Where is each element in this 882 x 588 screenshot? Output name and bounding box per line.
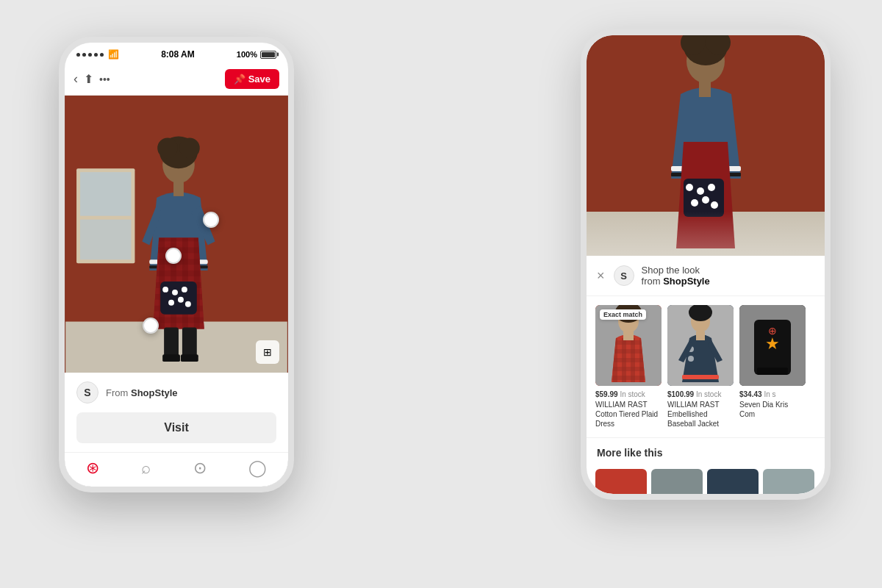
- product-card-3[interactable]: ★ ⊕ $34.43 In s Seven Dia Kris Com: [739, 305, 806, 429]
- left-phone: 📶 8:08 AM 100% ‹ ⬆ ••• 📌 Save: [59, 37, 294, 492]
- tab-search[interactable]: ⌕: [141, 459, 151, 478]
- tab-profile[interactable]: ◯: [248, 459, 267, 478]
- svg-point-8: [157, 138, 178, 159]
- save-button[interactable]: 📌 Save: [225, 69, 279, 89]
- svg-point-19: [185, 301, 191, 307]
- product-card-1[interactable]: Exact match: [595, 305, 662, 429]
- shop-title: Shop the look from ShopStyle: [642, 265, 710, 287]
- product-price-3: $34.43 In s: [739, 390, 806, 398]
- svg-rect-46: [623, 331, 634, 340]
- back-button[interactable]: ‹: [74, 71, 78, 87]
- main-pin-image: ⊞: [65, 96, 288, 373]
- wifi-icon: 📶: [108, 49, 119, 60]
- svg-rect-12: [173, 182, 184, 196]
- thumb-4[interactable]: [763, 469, 814, 494]
- source-row: S From ShopStyle: [65, 373, 288, 412]
- product-name-3: Seven Dia Kris Com: [739, 400, 806, 419]
- share-button[interactable]: ⬆: [84, 72, 93, 86]
- tab-home[interactable]: ⊛: [86, 459, 99, 478]
- svg-point-18: [178, 297, 184, 303]
- svg-point-37: [697, 187, 704, 195]
- svg-point-9: [179, 138, 200, 159]
- svg-point-14: [162, 287, 168, 293]
- thumb-3[interactable]: [707, 469, 759, 494]
- svg-point-36: [686, 184, 693, 191]
- svg-rect-4: [80, 220, 131, 260]
- close-button[interactable]: ×: [597, 268, 605, 284]
- svg-point-41: [711, 201, 718, 209]
- thumb-1[interactable]: [595, 469, 647, 494]
- svg-point-56: [688, 356, 694, 362]
- battery-area: 100%: [237, 50, 276, 59]
- more-section: More like this: [587, 437, 825, 463]
- product-card-2[interactable]: $100.99 In stock WILLIAM RAST Embellishe…: [667, 305, 734, 429]
- product-name-2: WILLIAM RAST Embellished Baseball Jacket: [667, 400, 734, 429]
- svg-point-16: [182, 287, 187, 293]
- svg-rect-42: [699, 81, 711, 97]
- svg-rect-53: [696, 331, 705, 340]
- svg-rect-54: [682, 375, 719, 379]
- signal-dot-4: [94, 53, 98, 57]
- hotspot-boots[interactable]: [143, 318, 159, 334]
- svg-rect-59: [757, 368, 788, 375]
- signal-dot-2: [82, 53, 86, 57]
- signal-dot-5: [100, 53, 104, 57]
- more-button[interactable]: •••: [99, 74, 225, 85]
- svg-text:★: ★: [765, 334, 780, 353]
- signal-area: 📶: [76, 49, 119, 60]
- product-price-2: $100.99 In stock: [667, 390, 734, 398]
- svg-point-40: [702, 196, 709, 204]
- tab-bar: ⊛ ⌕ ⊙ ◯: [65, 452, 288, 487]
- right-phone: × S Shop the look from ShopStyle Exact m…: [581, 29, 831, 500]
- hotspot-bag[interactable]: [165, 248, 182, 264]
- product-grid: Exact match: [587, 296, 825, 437]
- svg-point-38: [708, 184, 715, 191]
- status-time: 8:08 AM: [161, 49, 195, 60]
- shop-logo: S: [614, 265, 634, 286]
- svg-rect-23: [181, 354, 198, 362]
- svg-rect-22: [162, 354, 180, 362]
- svg-point-17: [168, 300, 174, 306]
- thumb-2[interactable]: [651, 469, 703, 494]
- svg-point-39: [691, 199, 698, 207]
- image-gradient: [587, 212, 825, 256]
- status-bar-left: 📶 8:08 AM 100%: [65, 43, 288, 63]
- product-name-1: WILLIAM RAST Cotton Tiered Plaid Dress: [595, 400, 662, 429]
- shop-panel: × S Shop the look from ShopStyle Exact m…: [587, 256, 825, 494]
- product-image-2: [667, 305, 734, 386]
- pin-photo: [65, 96, 288, 373]
- product-price-1: $59.99 In stock: [595, 390, 662, 398]
- exact-match-badge: Exact match: [600, 309, 646, 320]
- nav-bar: ‹ ⬆ ••• 📌 Save: [65, 63, 288, 96]
- pin-icon: 📌: [234, 74, 245, 85]
- thumb-row: [587, 463, 825, 494]
- source-text: From ShopStyle: [106, 387, 178, 398]
- product-image-3: ★ ⊕: [739, 305, 806, 386]
- signal-dot-3: [88, 53, 92, 57]
- svg-rect-3: [80, 172, 131, 216]
- tab-chat[interactable]: ⊙: [193, 459, 207, 478]
- visit-button[interactable]: Visit: [76, 412, 276, 443]
- product-image-1: Exact match: [595, 305, 662, 386]
- svg-text:⊕: ⊕: [768, 325, 777, 337]
- battery-pct: 100%: [237, 50, 257, 59]
- source-avatar: S: [76, 381, 98, 404]
- right-pin-image: [587, 35, 825, 256]
- svg-point-15: [172, 290, 178, 295]
- battery-icon: [260, 51, 276, 59]
- shop-header: × S Shop the look from ShopStyle: [587, 256, 825, 296]
- expand-button[interactable]: ⊞: [256, 340, 279, 364]
- signal-dot-1: [76, 53, 80, 57]
